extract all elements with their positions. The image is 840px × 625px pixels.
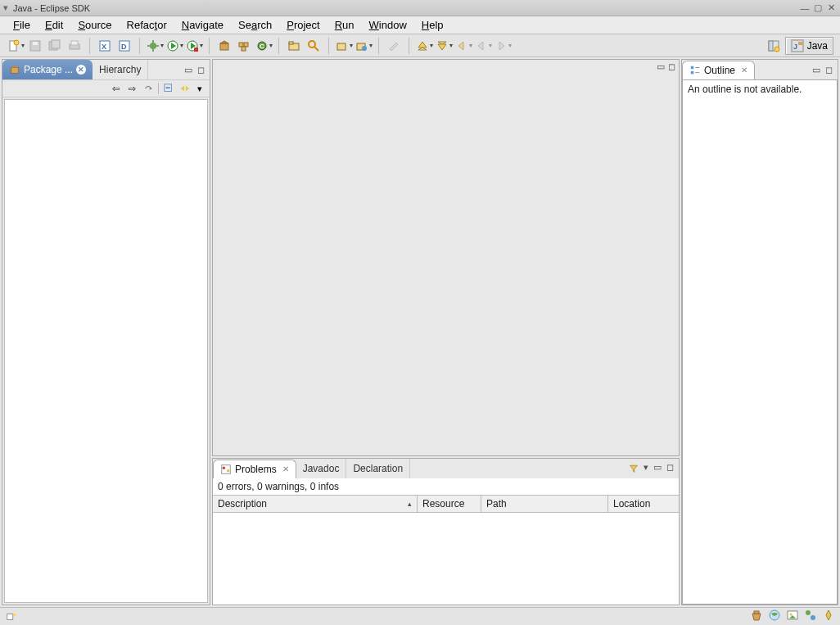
svg-rect-21 (194, 48, 198, 52)
menu-file[interactable]: File (7, 17, 37, 33)
minimize-view-icon[interactable]: ▭ (811, 65, 822, 75)
menu-refactor[interactable]: Refactor (120, 17, 174, 33)
new-button[interactable]: ▾ (7, 37, 25, 55)
outline-view: Outline ✕ ▭ ◻ An outline is not availabl… (681, 59, 838, 605)
annotations-next-button[interactable]: ▾ (355, 37, 373, 55)
new-package-button[interactable] (215, 37, 233, 55)
save-all-button[interactable] (46, 37, 64, 55)
nav-next-annotation-button[interactable]: ▾ (435, 37, 453, 55)
open-perspective-button[interactable] (765, 37, 783, 55)
maximize-button[interactable]: ▢ (812, 2, 824, 14)
nav-up-icon[interactable] (142, 82, 155, 95)
new-class-button[interactable] (235, 37, 253, 55)
perspective-java[interactable]: J Java (785, 37, 833, 55)
tray-updates-icon[interactable] (768, 609, 781, 624)
link-editor-icon[interactable] (178, 82, 192, 95)
svg-text:J: J (793, 43, 797, 51)
svg-rect-24 (239, 43, 243, 47)
menu-project[interactable]: Project (280, 17, 326, 33)
col-path[interactable]: Path (481, 496, 608, 512)
open-type-button[interactable] (285, 37, 303, 55)
editor-area[interactable]: ▭ ◻ (212, 59, 680, 456)
package-explorer-body[interactable] (4, 99, 208, 603)
minimize-button[interactable]: — (799, 2, 811, 14)
svg-text:X: X (102, 43, 106, 51)
search-button[interactable] (305, 37, 323, 55)
tab-outline-label: Outline (704, 65, 735, 76)
tab-problems-label: Problems (235, 464, 277, 475)
svg-marker-51 (150, 87, 153, 90)
svg-point-69 (790, 614, 793, 616)
svg-point-31 (309, 41, 315, 48)
menu-search[interactable]: Search (232, 17, 278, 33)
view-menu-icon[interactable]: ▾ (195, 82, 205, 95)
tab-javadoc[interactable]: Javadoc (296, 459, 347, 478)
tab-outline[interactable]: Outline ✕ (682, 61, 755, 80)
window-titlebar: ▾ Java - Eclipse SDK — ▢ ✕ (0, 0, 840, 16)
print-button[interactable] (65, 37, 84, 55)
close-icon[interactable]: ✕ (282, 464, 289, 473)
menu-source[interactable]: Source (71, 17, 118, 33)
last-edit-button[interactable] (385, 37, 403, 55)
tab-declaration[interactable]: Declaration (346, 459, 410, 478)
package-explorer-toolbar: ⇦ ⇨ ▾ (2, 79, 210, 97)
nav-forward-icon[interactable]: ⇨ (125, 82, 138, 95)
svg-marker-40 (458, 42, 463, 50)
save-button[interactable] (26, 37, 44, 55)
collapse-all-icon[interactable] (162, 82, 175, 95)
svg-rect-7 (71, 41, 78, 45)
build-doc-button[interactable]: D (115, 37, 133, 55)
nav-prev-annotation-button[interactable]: ▾ (415, 37, 433, 55)
svg-rect-56 (222, 464, 231, 473)
menu-edit[interactable]: Edit (38, 17, 70, 33)
col-description[interactable]: Description▴ (213, 496, 418, 512)
close-icon[interactable]: ✕ (741, 66, 747, 75)
problems-table-body[interactable] (213, 513, 679, 605)
menu-help[interactable]: Help (415, 17, 450, 33)
col-location[interactable]: Location (608, 496, 679, 512)
svg-rect-44 (769, 41, 773, 51)
outline-message: An outline is not available. (688, 84, 802, 95)
svg-rect-26 (242, 47, 246, 51)
tab-package-explorer[interactable]: Package ... ✕ (2, 60, 93, 79)
view-menu-icon[interactable]: ▾ (642, 462, 650, 475)
svg-marker-23 (220, 41, 228, 43)
window-icon: ▾ (3, 2, 8, 13)
external-tools-button[interactable]: ▾ (185, 37, 203, 55)
tab-hierarchy[interactable]: Hierarchy (93, 60, 148, 79)
annotations-prev-button[interactable]: ▾ (335, 37, 353, 55)
debug-button[interactable]: ▾ (146, 37, 164, 55)
forward-button[interactable]: ▾ (494, 37, 512, 55)
tray-progress-icon[interactable] (822, 609, 835, 624)
filter-icon[interactable] (627, 462, 640, 475)
svg-line-32 (314, 47, 318, 51)
outline-icon (689, 65, 701, 76)
maximize-view-icon[interactable]: ◻ (196, 65, 206, 75)
menu-window[interactable]: Window (363, 17, 413, 33)
problems-view: Problems ✕ Javadoc Declaration ▾ ▭ ◻ 0 e… (212, 458, 680, 605)
back-history-button[interactable]: ▾ (454, 37, 472, 55)
svg-rect-49 (11, 67, 19, 73)
maximize-view-icon[interactable]: ◻ (665, 462, 675, 475)
tray-gc-icon[interactable] (750, 609, 763, 624)
nav-back-icon[interactable]: ⇦ (109, 82, 122, 95)
minimize-editor-icon[interactable]: ▭ (657, 61, 665, 72)
close-button[interactable]: ✕ (825, 2, 837, 14)
new-type-button[interactable]: C▾ (255, 37, 273, 55)
menu-navigate[interactable]: Navigate (175, 17, 230, 33)
minimize-view-icon[interactable]: ▭ (183, 65, 194, 75)
col-resource[interactable]: Resource (418, 496, 481, 512)
run-button[interactable]: ▾ (165, 37, 183, 55)
menu-run[interactable]: Run (328, 17, 361, 33)
back-button[interactable]: ▾ (474, 37, 492, 55)
close-tab-icon[interactable]: ✕ (76, 65, 86, 75)
tab-problems[interactable]: Problems ✕ (213, 460, 296, 479)
maximize-view-icon[interactable]: ◻ (824, 65, 834, 75)
window-title: Java - Eclipse SDK (13, 3, 90, 13)
tray-sync-icon[interactable] (804, 609, 817, 624)
fast-view-icon[interactable] (5, 610, 18, 623)
maximize-editor-icon[interactable]: ◻ (668, 61, 675, 72)
build-xml-button[interactable]: X (96, 37, 114, 55)
tray-image-icon[interactable] (786, 609, 799, 624)
minimize-view-icon[interactable]: ▭ (652, 462, 663, 475)
